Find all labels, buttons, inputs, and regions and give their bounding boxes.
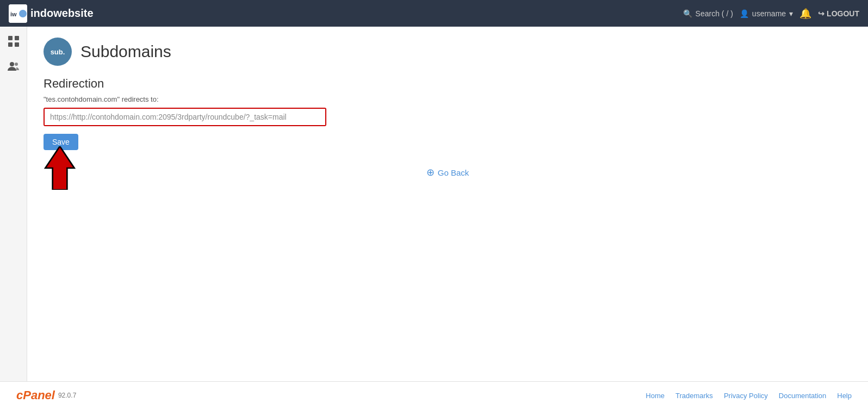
page-title: Subdomains: [80, 42, 171, 61]
sidebar-grid-icon[interactable]: [5, 33, 22, 49]
svg-rect-5: [8, 42, 13, 47]
version-label: 92.0.7: [58, 392, 76, 399]
user-menu[interactable]: 👤 username ▾: [740, 9, 793, 18]
cpanel-logo: cPanel 92.0.7: [16, 388, 76, 402]
chevron-down-icon: ▾: [789, 9, 793, 18]
logo-icon: iw: [9, 4, 27, 23]
page-header: sub. Subdomains: [44, 38, 852, 66]
username-label: username: [752, 9, 786, 18]
cpanel-text: cPanel: [16, 388, 55, 402]
section-title: Redirection: [44, 77, 852, 91]
footer-trademarks-link[interactable]: Trademarks: [675, 392, 713, 400]
search-label: Search ( / ): [696, 9, 733, 18]
footer-links: Home Trademarks Privacy Policy Documenta…: [646, 392, 852, 400]
logo[interactable]: iw indowebsite: [9, 4, 94, 23]
notifications-bell[interactable]: 🔔: [799, 8, 811, 20]
svg-rect-6: [15, 42, 19, 47]
footer-help-link[interactable]: Help: [837, 392, 852, 400]
go-back-container: ⊕ Go Back: [44, 166, 852, 178]
logo-text: indowebsite: [30, 7, 94, 20]
svg-point-7: [10, 62, 14, 66]
top-navigation: iw indowebsite 🔍 Search ( / ) 👤 username…: [0, 0, 868, 27]
body-layout: sub. Subdomains Redirection "tes.contohd…: [0, 27, 868, 381]
svg-text:iw: iw: [10, 11, 17, 17]
footer-home-link[interactable]: Home: [646, 392, 665, 400]
redirect-label: "tes.contohdomain.com" redirects to:: [44, 95, 852, 103]
svg-point-8: [15, 63, 18, 66]
annotation-arrow: [38, 146, 82, 192]
redirect-url-input[interactable]: [45, 109, 325, 125]
svg-rect-4: [15, 36, 19, 40]
footer-privacy-link[interactable]: Privacy Policy: [724, 392, 768, 400]
logout-label: LOGOUT: [827, 9, 859, 18]
search-icon: 🔍: [683, 9, 692, 18]
logout-button[interactable]: ↪ LOGOUT: [818, 9, 859, 18]
sidebar: [0, 27, 27, 381]
go-back-label: Go Back: [438, 168, 469, 177]
go-back-link[interactable]: ⊕ Go Back: [426, 166, 469, 178]
svg-rect-3: [8, 36, 13, 40]
svg-point-2: [19, 10, 27, 17]
main-content: sub. Subdomains Redirection "tes.contohd…: [27, 27, 868, 381]
footer: cPanel 92.0.7 Home Trademarks Privacy Po…: [0, 381, 868, 409]
go-back-icon: ⊕: [426, 166, 435, 178]
svg-marker-9: [45, 146, 74, 190]
footer-documentation-link[interactable]: Documentation: [779, 392, 826, 400]
page-icon: sub.: [44, 38, 72, 66]
logout-icon: ↪: [818, 9, 824, 18]
sidebar-users-icon[interactable]: [5, 58, 22, 75]
redirect-url-wrapper: [44, 108, 326, 126]
user-icon: 👤: [740, 9, 749, 18]
search-bar[interactable]: 🔍 Search ( / ): [683, 9, 733, 18]
